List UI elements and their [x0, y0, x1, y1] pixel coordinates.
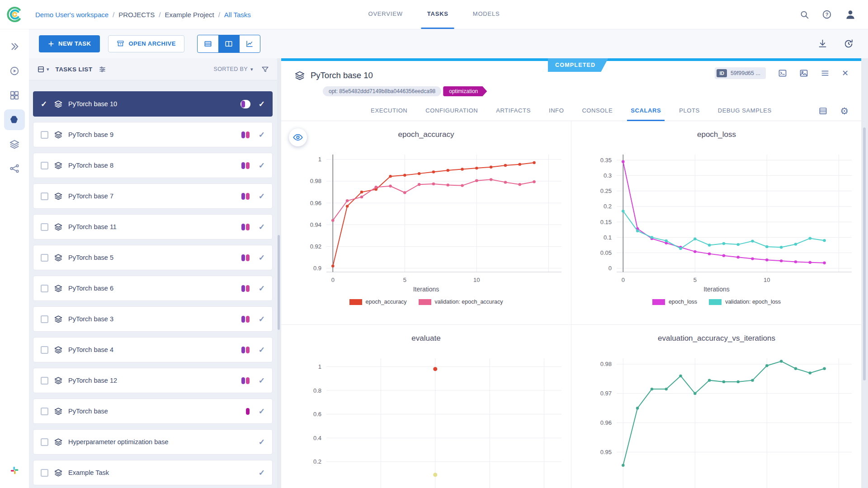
sorted-by-dropdown[interactable]: SORTED BY ▾	[213, 66, 253, 72]
nav-datasets-icon[interactable]	[4, 134, 25, 155]
task-checkbox[interactable]	[41, 377, 48, 385]
metrics-table-icon[interactable]	[819, 107, 827, 115]
header-tab-tasks[interactable]: TASKS	[415, 0, 461, 29]
detail-tab-execution[interactable]: EXECUTION	[362, 101, 416, 121]
tag-color-pill	[246, 254, 250, 261]
breadcrumb-workspace[interactable]: Demo User's workspace	[35, 11, 108, 19]
slack-icon[interactable]	[4, 460, 25, 481]
console-output-icon[interactable]	[778, 69, 787, 78]
nav-experiments-icon[interactable]	[4, 109, 25, 130]
detail-tab-scalars[interactable]: SCALARS	[622, 101, 670, 121]
close-icon[interactable]: ✕	[842, 69, 849, 77]
selected-check-icon[interactable]: ✓	[41, 100, 48, 108]
task-row[interactable]: PyTorch base 8✓	[33, 153, 273, 178]
help-icon[interactable]: ?	[822, 9, 832, 19]
task-id-pill[interactable]: ID 59f99d65 ...	[715, 67, 766, 79]
clearml-logo[interactable]	[0, 5, 29, 23]
legend-item-epoch-loss[interactable]: epoch_loss	[652, 299, 697, 305]
task-row[interactable]: PyTorch base 6✓	[33, 276, 273, 301]
menu-icon[interactable]	[821, 69, 830, 78]
header-tab-overview[interactable]: OVERVIEW	[356, 0, 415, 29]
image-icon[interactable]	[799, 69, 808, 78]
task-status-check-icon: ✓	[259, 346, 265, 354]
svg-text:0.92: 0.92	[310, 243, 321, 250]
nav-projects-icon[interactable]	[4, 85, 25, 106]
task-checkbox[interactable]	[41, 315, 48, 323]
header-tab-models[interactable]: MODELS	[461, 0, 512, 29]
filter-icon[interactable]	[261, 66, 269, 73]
task-checkbox[interactable]	[41, 346, 48, 354]
page-scrollbar[interactable]	[863, 127, 866, 380]
detail-tab-plots[interactable]: PLOTS	[670, 101, 709, 121]
nav-pipelines-icon[interactable]	[4, 158, 25, 179]
chart-plot-epoch_accuracy[interactable]: 0.90.920.940.960.9810510	[281, 147, 571, 286]
user-avatar[interactable]	[844, 9, 856, 20]
select-all-dropdown[interactable]: ▾	[37, 66, 49, 73]
chart-plot-epoch_loss[interactable]: 00.050.10.150.20.250.30.350510	[571, 147, 861, 286]
task-checkbox[interactable]	[41, 131, 48, 139]
task-checkbox[interactable]	[41, 285, 48, 292]
hide-show-metrics-eye-button[interactable]	[289, 128, 307, 146]
optimization-tag[interactable]: optimization	[443, 86, 487, 96]
table-view-button[interactable]	[198, 35, 218, 52]
split-view-button[interactable]	[218, 35, 239, 52]
task-checkbox[interactable]	[41, 162, 48, 169]
detail-tab-configuration[interactable]: CONFIGURATION	[416, 101, 487, 121]
task-name: PyTorch base 10	[68, 100, 117, 108]
task-name: PyTorch base 9	[68, 131, 113, 138]
search-icon[interactable]	[800, 10, 809, 19]
opt-tag[interactable]: opt: 85e5482ddd7149b8ba0446356eedca98	[323, 86, 441, 96]
task-type-icon	[54, 315, 62, 323]
breadcrumb-all-tasks[interactable]: All Tasks	[224, 11, 251, 19]
svg-text:0.2: 0.2	[313, 458, 321, 465]
tag-color-pill	[246, 377, 250, 384]
task-row[interactable]: PyTorch base 11✓	[33, 214, 273, 239]
task-row[interactable]: PyTorch base 4✓	[33, 337, 273, 362]
open-archive-button[interactable]: OPEN ARCHIVE	[108, 35, 184, 52]
task-row[interactable]: PyTorch base 9✓	[33, 122, 273, 147]
detail-tab-console[interactable]: CONSOLE	[573, 101, 622, 121]
legend-item-epoch-accuracy[interactable]: epoch_accuracy	[349, 299, 407, 305]
task-row[interactable]: PyTorch base 12✓	[33, 368, 273, 393]
detail-tab-artifacts[interactable]: ARTIFACTS	[487, 101, 540, 121]
new-task-button[interactable]: NEW TASK	[39, 35, 100, 52]
task-row[interactable]: PyTorch base 5✓	[33, 245, 273, 270]
task-checkbox[interactable]	[41, 408, 48, 415]
legend-item-validation-epoch-loss[interactable]: validation: epoch_loss	[709, 299, 781, 305]
chart-view-button[interactable]	[239, 35, 260, 52]
nav-getting-started-icon[interactable]	[4, 36, 25, 57]
task-checkbox[interactable]	[41, 192, 48, 200]
legend-item-validation-epoch-accuracy[interactable]: validation: epoch_accuracy	[419, 299, 503, 305]
task-status-check-icon: ✓	[259, 315, 265, 323]
task-row[interactable]: PyTorch base 7✓	[33, 183, 273, 209]
task-title: PyTorch base 10	[311, 70, 373, 80]
detail-tab-info[interactable]: INFO	[540, 101, 573, 121]
detail-tab-debug-samples[interactable]: DEBUG SAMPLES	[709, 101, 781, 121]
task-row-meta: ✓	[241, 131, 265, 139]
chart-plot-evaluate[interactable]: 0.20.40.60.81	[281, 351, 571, 488]
task-detail-panel: COMPLETED PyTorch base 10 ID 59f99d65 ..…	[281, 58, 861, 488]
task-checkbox[interactable]	[41, 438, 48, 446]
task-checkbox[interactable]	[41, 223, 48, 231]
nav-dashboard-icon[interactable]	[4, 61, 25, 81]
task-checkbox[interactable]	[41, 469, 48, 477]
tasks-list-scrollbar[interactable]	[278, 235, 280, 330]
chart-view-icon	[245, 40, 254, 48]
svg-text:5: 5	[403, 277, 406, 283]
task-row[interactable]: PyTorch base 3✓	[33, 306, 273, 332]
task-name: PyTorch base 5	[68, 254, 113, 261]
chevron-down-icon: ▾	[47, 66, 49, 72]
task-row[interactable]: ✓PyTorch base 10✓	[33, 91, 273, 117]
task-row[interactable]: Hyperparameter optimization base✓	[33, 429, 273, 455]
column-settings-icon[interactable]	[99, 66, 106, 73]
task-row[interactable]: Example Task✓	[33, 460, 273, 485]
task-checkbox[interactable]	[41, 254, 48, 262]
task-row[interactable]: PyTorch base✓	[33, 399, 273, 424]
breadcrumb-projects[interactable]: PROJECTS	[118, 11, 155, 19]
auto-refresh-icon[interactable]	[844, 39, 854, 49]
settings-gear-icon[interactable]: ⚙	[840, 106, 849, 116]
breadcrumb-project[interactable]: Example Project	[165, 11, 214, 19]
download-icon[interactable]	[818, 39, 827, 48]
chart-plot-evaluation_accuracy_vs_iterations[interactable]: 0.950.960.970.98	[571, 351, 861, 488]
task-type-icon	[54, 131, 62, 139]
